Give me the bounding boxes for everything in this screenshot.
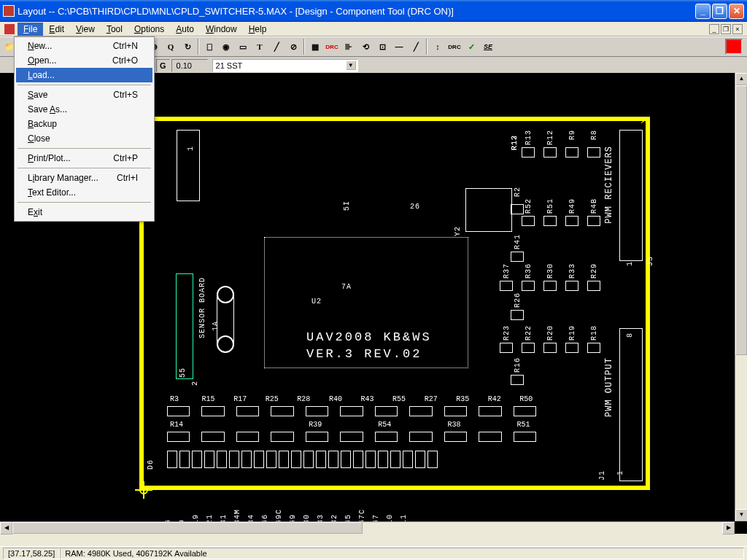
mdi-minimize[interactable]: _ (709, 24, 719, 34)
active-color-swatch[interactable] (725, 39, 743, 55)
ref-label: R45 (344, 509, 352, 521)
tb-via-icon[interactable]: ⊡ (374, 39, 390, 55)
resistor-box (511, 204, 524, 214)
close-button[interactable]: ✕ (729, 4, 744, 19)
tb-error-icon[interactable]: ⊘ (285, 39, 301, 55)
ref-7a: 7A (341, 283, 352, 291)
tb-drc2-icon[interactable]: DRC (446, 39, 462, 55)
resistor-box (306, 432, 328, 442)
resistor-box (587, 147, 600, 158)
resistor-box (204, 451, 214, 468)
menu-auto[interactable]: Auto (170, 23, 200, 36)
ref-label: R51 (516, 421, 536, 429)
menu-load[interactable]: Load... (16, 68, 152, 82)
ref-label: R22 (525, 325, 533, 341)
tb-path-icon[interactable]: ╱ (408, 39, 424, 55)
tb-refresh-icon[interactable]: ↻ (179, 39, 196, 55)
resistor-box (427, 451, 438, 468)
menu-exit[interactable]: Exit (16, 205, 152, 219)
menu-options[interactable]: Options (128, 23, 170, 36)
menu-library[interactable]: Library Manager...Ctrl+I (16, 171, 152, 185)
grid-value[interactable]: 0.10 (171, 59, 208, 72)
resistor-box (444, 406, 467, 416)
resistor-box (514, 406, 536, 416)
tb-online-icon[interactable]: ⊪ (341, 39, 357, 55)
tb-pin-icon[interactable]: ◉ (218, 39, 234, 55)
resistor-box (543, 147, 557, 158)
menu-print[interactable]: Print/Plot...Ctrl+P (16, 151, 152, 166)
resistor-box (587, 281, 600, 291)
menu-help[interactable]: Help (243, 23, 273, 36)
minimize-button[interactable]: _ (695, 4, 711, 19)
tb-seg-icon[interactable]: — (391, 39, 407, 55)
menu-window[interactable]: Window (200, 23, 243, 36)
menu-backup[interactable]: Backup (16, 117, 152, 131)
vertical-scrollbar[interactable]: ▲ ▼ (735, 73, 747, 521)
tb-check-icon[interactable]: ✓ (463, 39, 479, 55)
tb-drc-icon[interactable]: DRC (324, 39, 340, 55)
ref-label: R43 (360, 395, 377, 403)
menu-bar: File Edit View Tool Options Auto Window … (0, 22, 747, 36)
header-j1 (619, 328, 643, 481)
ref-label: R13 (525, 130, 533, 145)
comp-y2 (465, 188, 512, 232)
ref-label: R40 (329, 395, 346, 403)
menu-edit[interactable]: Edit (43, 23, 70, 36)
horizontal-scrollbar[interactable]: ◀ ▶ (0, 521, 735, 534)
mdi-close[interactable]: × (732, 24, 743, 34)
status-bar: [37.17,58.25] RAM: 4980K Used, 4067192K … (0, 546, 747, 560)
scroll-right-button[interactable]: ▶ (722, 522, 735, 534)
menu-view[interactable]: View (70, 23, 101, 36)
scroll-down-button[interactable]: ▼ (735, 509, 747, 521)
tb-obstacle-icon[interactable]: ▭ (235, 39, 251, 55)
ref-label: R10 (386, 509, 394, 521)
sensor-board-outline (176, 273, 193, 379)
ref-label: R4B (590, 198, 598, 214)
resistor-box (353, 451, 363, 468)
resistor-box (479, 406, 501, 416)
file-menu-dropdown: New...Ctrl+N Open...Ctrl+O Load... SaveC… (14, 36, 155, 222)
resistor-box (543, 281, 557, 291)
ref-label: R41 (514, 234, 522, 249)
board-corner-arrow: ↗ (640, 117, 646, 125)
scroll-up-button[interactable]: ▲ (735, 73, 747, 85)
resistor-box (444, 432, 467, 442)
mdi-restore[interactable]: ❐ (721, 24, 731, 34)
tb-text-icon[interactable]: T (252, 39, 268, 55)
tb-dims-icon[interactable]: ↕ (430, 39, 446, 55)
tb-conn-icon[interactable]: ╱ (268, 39, 285, 55)
layer-select[interactable]: 21 SST (212, 59, 358, 72)
maximize-button[interactable]: ❐ (712, 4, 727, 19)
menu-close[interactable]: Close (16, 131, 152, 146)
label-j3: J3 (646, 256, 654, 266)
menu-save-as[interactable]: Save As... (16, 102, 152, 117)
menu-file[interactable]: File (18, 23, 43, 36)
ref-label: R49C (275, 509, 283, 521)
menu-text-editor[interactable]: Text Editor... (16, 185, 152, 200)
vscroll-thumb[interactable] (735, 85, 747, 355)
scroll-left-button[interactable]: ◀ (0, 522, 12, 534)
tb-query-icon[interactable]: Q (163, 39, 179, 55)
ref-label: R36 (525, 263, 533, 279)
ref-label: R33 (568, 263, 576, 279)
menu-save[interactable]: SaveCtrl+S (16, 88, 152, 102)
ref-label: R26 (514, 292, 522, 308)
ref-label (239, 421, 259, 429)
resistor-box (511, 375, 524, 385)
tb-se-icon[interactable]: SE (480, 39, 496, 55)
tb-reconnect-icon[interactable]: ⟲ (357, 39, 374, 55)
tb-color-icon[interactable]: ▦ (307, 39, 323, 55)
ref-2: 2 (191, 381, 199, 386)
resistor-box (167, 406, 190, 416)
resistor-box (236, 406, 259, 416)
menu-open[interactable]: Open...Ctrl+O (16, 53, 152, 68)
ref-label: R47C (358, 509, 366, 521)
resistor-box (565, 216, 578, 226)
menu-new[interactable]: New...Ctrl+N (16, 39, 152, 53)
window-titlebar: Layout -- C:\PCB\THIRD\CPLD\MNL\CPLD_SWI… (0, 0, 747, 22)
menu-tool[interactable]: Tool (101, 23, 128, 36)
resistor-box (522, 343, 535, 353)
tb-comp-icon[interactable]: ⎕ (201, 39, 217, 55)
hscroll-thumb[interactable] (12, 522, 363, 534)
resistor-box (241, 451, 252, 468)
